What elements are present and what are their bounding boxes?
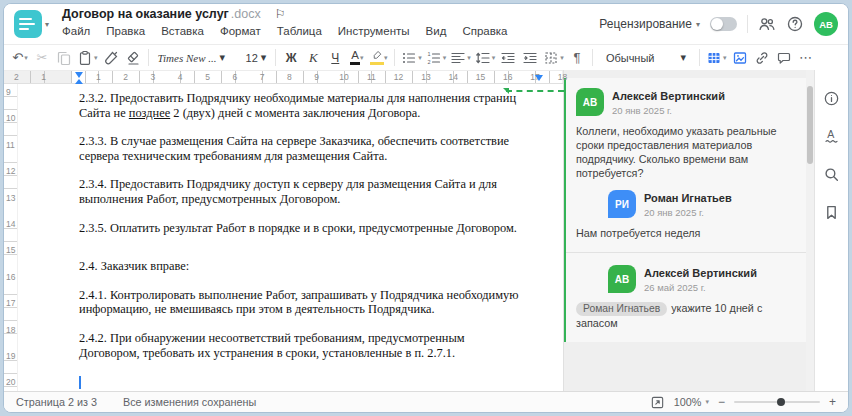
document-column: 21123456789101112131415161718 9101112131…	[4, 70, 563, 391]
copy-button[interactable]	[54, 47, 74, 69]
svg-text:2: 2	[427, 58, 430, 64]
help-icon[interactable]	[786, 15, 804, 33]
horizontal-ruler[interactable]: 21123456789101112131415161718	[4, 70, 563, 84]
paragraph[interactable]: 2.3.4. Предоставить Подрядчику доступ к …	[79, 177, 527, 206]
menu-item[interactable]: Правка	[106, 25, 145, 37]
zoom-slider-knob[interactable]	[777, 398, 785, 406]
scrollbar[interactable]	[806, 70, 814, 391]
comment-author-name: Алексей Вертинский	[612, 88, 725, 102]
menu-item[interactable]: Таблица	[277, 25, 322, 37]
line-spacing-button[interactable]: ▾	[474, 47, 497, 69]
more-tools-button[interactable]: ⋯	[796, 47, 816, 69]
chevron-down-icon: ▾	[705, 398, 709, 406]
menu-item[interactable]: Формат	[220, 25, 261, 37]
format-painter-icon[interactable]	[101, 47, 121, 69]
paragraph[interactable]: 2.3.5. Оплатить результат Работ в порядк…	[79, 221, 527, 236]
comment-date: 20 янв 2025 г.	[644, 207, 732, 218]
bold-button[interactable]: Ж	[281, 47, 301, 69]
bookmark-icon[interactable]	[823, 204, 840, 221]
paragraph[interactable]: 2.4. Заказчик вправе:	[79, 259, 527, 274]
document-page[interactable]: 2.3.2. Предоставить Подрядчику необходим…	[18, 84, 563, 391]
comment-author-avatar: АВ	[608, 265, 636, 293]
spellcheck-icon[interactable]: А	[823, 128, 840, 145]
review-toggle[interactable]	[710, 17, 737, 31]
divider	[592, 49, 593, 66]
cut-button[interactable]: ✂	[32, 47, 52, 69]
info-icon[interactable]	[823, 90, 840, 107]
comment[interactable]: АВ Алексей Вертинский 20 янв 2025 г. Кол…	[576, 88, 796, 180]
comment-reply[interactable]: РИ Роман Игнатьев 20 янв 2025 г. Нам пот…	[576, 190, 796, 240]
clear-formatting-icon[interactable]	[123, 47, 143, 69]
cursor-line[interactable]	[79, 374, 527, 389]
paragraph-borders-button[interactable]: ▾	[542, 47, 565, 69]
svg-text:А: А	[827, 128, 835, 140]
highlight-color-button[interactable]: ▾	[369, 47, 389, 69]
paragraph[interactable]: 2.3.2. Предоставить Подрядчику необходим…	[79, 91, 527, 120]
numbered-list-button[interactable]: 12 ▾	[425, 47, 448, 69]
paragraph[interactable]: 2.3.3. В случае размещения Сайта на серв…	[79, 134, 527, 163]
paste-button[interactable]: ▾	[76, 47, 99, 69]
app-logo-button[interactable]: ▾	[14, 10, 49, 38]
flag-icon[interactable]: ⚐	[275, 7, 286, 21]
collaborators-icon[interactable]	[758, 15, 776, 33]
document-title: Договор на оказание услуг	[62, 7, 229, 21]
document-title-row: Договор на оказание услуг .docx ⚐	[62, 7, 285, 21]
comment-reply[interactable]: АВ Алексей Вертинский 26 май 2025 г. Ром…	[576, 265, 796, 330]
menu-item[interactable]: Файл	[62, 25, 90, 37]
font-name-dropdown[interactable]: Times New ... ▾	[154, 51, 240, 64]
comment-thread[interactable]: АВ Алексей Вертинский 20 янв 2025 г. Кол…	[564, 78, 806, 342]
zoom-slider[interactable]	[734, 401, 820, 403]
commented-text[interactable]: позднее	[129, 106, 170, 120]
comment-author-avatar: РИ	[608, 190, 636, 218]
menu-item[interactable]: Инструменты	[338, 25, 410, 37]
font-color-button[interactable]: А▾	[347, 47, 367, 69]
font-size-dropdown[interactable]: 12 ▾	[242, 51, 271, 64]
zoom-in-button[interactable]: +	[829, 395, 836, 409]
paragraph-style-dropdown[interactable]: Обычный ▾	[598, 51, 694, 64]
menu-item[interactable]: Вставка	[161, 25, 204, 37]
chevron-down-icon: ▾	[94, 54, 98, 62]
insert-image-button[interactable]	[730, 47, 750, 69]
bullet-list-button[interactable]: ▾	[400, 47, 423, 69]
chevron-down-icon: ▾	[24, 54, 28, 62]
italic-button[interactable]: К	[303, 47, 323, 69]
vertical-ruler[interactable]: 91011121314151617181920	[4, 84, 18, 391]
chevron-down-icon: ▾	[443, 54, 447, 62]
paragraph[interactable]: 2.4.1. Контролировать выполнение Работ, …	[79, 288, 527, 317]
insert-link-button[interactable]	[752, 47, 772, 69]
menu-item[interactable]: Справка	[462, 25, 507, 37]
zoom-out-button[interactable]: −	[718, 395, 725, 409]
align-button[interactable]: ▾	[449, 47, 472, 69]
menu-item[interactable]: Вид	[426, 25, 447, 37]
mention-chip[interactable]: Роман Игнатьев	[576, 302, 667, 316]
add-comment-button[interactable]	[774, 47, 794, 69]
zoom-level-dropdown[interactable]: 100% ▾	[674, 396, 709, 408]
document-extension: .docx	[231, 7, 261, 21]
search-icon[interactable]	[823, 166, 840, 183]
chevron-down-icon: ▾	[45, 20, 49, 29]
review-mode-dropdown[interactable]: Рецензирование ▾	[599, 17, 700, 31]
chevron-down-icon: ▾	[560, 54, 564, 62]
paragraph-list: 2.3.3. В случае размещения Сайта на серв…	[79, 134, 527, 360]
fit-to-page-icon[interactable]	[650, 395, 665, 410]
decrease-indent-button[interactable]	[498, 47, 518, 69]
paragraph[interactable]: 2.4.2. При обнаружении несоответствий тр…	[79, 331, 527, 360]
page-indicator[interactable]: Страница 2 из 3	[16, 396, 97, 408]
user-avatar[interactable]: АВ	[814, 12, 838, 36]
show-paragraph-marks-button[interactable]: ¶	[567, 47, 587, 69]
header: ▾ Договор на оказание услуг .docx ⚐ Файл…	[4, 4, 848, 44]
insert-table-button[interactable]: ▾	[705, 47, 728, 69]
app-logo-icon	[14, 10, 42, 38]
scrollbar-thumb[interactable]	[807, 86, 813, 164]
right-indent-marker[interactable]	[535, 75, 543, 81]
increase-indent-button[interactable]	[520, 47, 540, 69]
text-cursor	[79, 376, 81, 389]
comment-author-name: Алексей Вертинский	[644, 265, 757, 279]
comment-date: 26 май 2025 г.	[644, 282, 757, 293]
formatting-toolbar: ↶▾ ✂ ▾ Times New ... ▾ 12 ▾ Ж К Ч А▾	[4, 44, 848, 70]
undo-button[interactable]: ↶▾	[10, 47, 30, 69]
first-line-indent-marker[interactable]	[75, 72, 83, 78]
chevron-down-icon: ▾	[492, 54, 496, 62]
chevron-down-icon: ▾	[467, 54, 471, 62]
underline-button[interactable]: Ч	[325, 47, 345, 69]
